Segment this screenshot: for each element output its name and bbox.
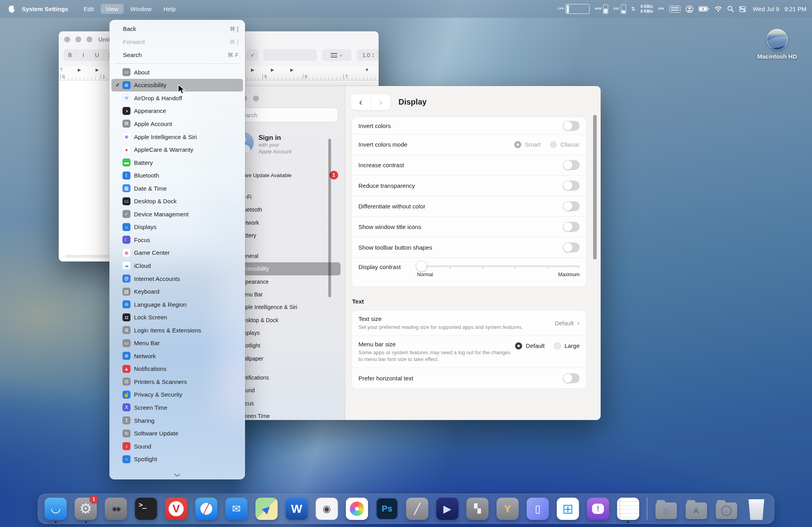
- login-items-extensions[interactable]: ✓ ≣ Login Items & Extensions: [111, 324, 243, 337]
- ssd-widget[interactable]: SSD: [613, 4, 626, 14]
- spotlight[interactable]: ✓ ○ Spotlight: [111, 453, 243, 466]
- menu-title[interactable]: Window: [125, 4, 157, 14]
- network-speed-widget[interactable]: 0 KB/s 0 KB/s: [641, 4, 653, 14]
- right-indent-marker[interactable]: ▼: [365, 67, 369, 72]
- wifi-icon[interactable]: [714, 6, 722, 12]
- desktop-dock[interactable]: ✓ ▭ Desktop & Dock: [111, 195, 243, 208]
- control-center-icon[interactable]: [739, 6, 746, 12]
- indent-marker[interactable]: ⊤: [59, 67, 63, 73]
- safari[interactable]: ╱: [195, 496, 218, 521]
- prefer-horizontal-text-toggle[interactable]: [563, 373, 580, 383]
- memory-widget[interactable]: MEM: [595, 4, 608, 14]
- menu-bar[interactable]: ✓ ▭ Menu Bar: [111, 336, 243, 349]
- photoshop[interactable]: Ps: [375, 496, 398, 521]
- screen-time[interactable]: ✓ X Screen Time: [111, 401, 243, 414]
- final-cut-pro[interactable]: ▚: [466, 496, 489, 521]
- sharing[interactable]: ✓ ↥ Sharing: [111, 414, 243, 427]
- search-icon[interactable]: [727, 6, 734, 12]
- icloud[interactable]: ✓ ☁ iCloud: [111, 259, 243, 272]
- tab-marker[interactable]: ▶: [96, 67, 99, 73]
- menu-action-item[interactable]: Search ⌘ F: [109, 48, 245, 61]
- battery[interactable]: ✓ ▬ Battery: [111, 156, 243, 169]
- input-source-icon[interactable]: [669, 6, 680, 13]
- internet-accounts[interactable]: ✓ @ Internet Accounts: [111, 272, 243, 285]
- slider-knob[interactable]: [416, 261, 427, 271]
- focus[interactable]: ✓ ☾ Focus: [111, 233, 243, 246]
- minimize-button[interactable]: [75, 36, 81, 42]
- printers-scanners[interactable]: ✓ ⊟ Printers & Scanners: [111, 375, 243, 388]
- about[interactable]: ✓ ▭ About: [111, 66, 243, 79]
- bluetooth[interactable]: ✓ ᛒ Bluetooth: [111, 169, 243, 182]
- line-spacing-stepper[interactable]: 1.0 ▴▾: [357, 49, 379, 61]
- show-toolbar-button-shapes-toggle[interactable]: [563, 242, 580, 252]
- menu-title[interactable]: Help: [158, 4, 181, 14]
- menu-title[interactable]: View: [101, 4, 124, 14]
- pixelmator[interactable]: ╱: [406, 496, 429, 521]
- display-contrast-slider[interactable]: Normal Maximum: [417, 261, 580, 279]
- trash[interactable]: [745, 496, 768, 521]
- zoom-button[interactable]: [86, 36, 92, 42]
- sound[interactable]: ✓ ♪ Sound: [111, 440, 243, 453]
- maps[interactable]: ▶: [255, 496, 278, 521]
- network-arrows-icon[interactable]: ⇅: [631, 6, 636, 12]
- system-settings[interactable]: ⚙ 1: [74, 496, 97, 521]
- menu-action-item[interactable]: Forward ⌘ ]: [109, 35, 245, 48]
- menu-bar-size-large-radio[interactable]: [554, 342, 561, 349]
- apple-intelligence-siri[interactable]: ✓ ◉ Apple Intelligence & Siri: [111, 130, 243, 143]
- media-player[interactable]: ▶: [436, 496, 459, 521]
- text-size-row[interactable]: Text size Set your preferred reading siz…: [352, 311, 586, 336]
- privacy-security[interactable]: ✓ ☝ Privacy & Security: [111, 388, 243, 401]
- format-button[interactable]: I: [77, 52, 90, 58]
- panel-scrollbar[interactable]: [593, 115, 597, 260]
- differentiate-without-color-toggle[interactable]: [563, 201, 580, 211]
- close-button[interactable]: [64, 36, 70, 42]
- menu-action-item[interactable]: Back ⌘ [: [109, 22, 245, 35]
- windows-app[interactable]: ⊞: [556, 496, 579, 521]
- smart-radio[interactable]: [514, 141, 521, 148]
- battery-icon[interactable]: [699, 6, 709, 11]
- hard-disk-icon[interactable]: [766, 29, 788, 50]
- macintosh-hd-shortcut[interactable]: Macintosh HD: [755, 29, 799, 60]
- menu-bar-date[interactable]: Wed Jul 9: [753, 6, 779, 12]
- classic-radio[interactable]: [550, 141, 557, 148]
- format-button[interactable]: U: [90, 52, 104, 58]
- active-app-name[interactable]: System Settings: [22, 6, 68, 12]
- applecare-warranty[interactable]: ✓ ● AppleCare & Warranty: [111, 143, 243, 156]
- tab-marker[interactable]: ▶: [251, 67, 254, 73]
- format-button[interactable]: B: [63, 52, 77, 58]
- tab-marker[interactable]: ▶: [271, 67, 274, 73]
- sign-in-block[interactable]: Sign in with your Apple Account: [259, 134, 291, 155]
- zoom-button[interactable]: [253, 95, 259, 101]
- list-style-button[interactable]: ∨: [322, 49, 351, 61]
- menu-bar-size-default-radio[interactable]: [515, 342, 522, 349]
- applications-folder[interactable]: A: [685, 496, 708, 521]
- search-input[interactable]: [238, 111, 334, 119]
- tab-marker[interactable]: ▶: [290, 67, 293, 73]
- cocktail-app[interactable]: Y: [496, 496, 519, 521]
- tab-marker[interactable]: ▶: [78, 67, 81, 73]
- game-center[interactable]: ✓ ◉ Game Center: [111, 246, 243, 260]
- sensors-widget[interactable]: SEN: [658, 8, 664, 10]
- software-update-row[interactable]: Software Update Available 1: [231, 171, 338, 179]
- notifications[interactable]: ✓ ▲ Notifications: [111, 363, 243, 376]
- scroll-more-indicator[interactable]: [109, 474, 245, 477]
- network[interactable]: ✓ ⊛ Network: [111, 349, 243, 363]
- downloads-folder[interactable]: ↓: [715, 496, 738, 521]
- slider-track[interactable]: [417, 265, 580, 267]
- date-time[interactable]: ✓ ▦ Date & Time: [111, 182, 243, 195]
- software-update[interactable]: ✓ ↻ Software Update: [111, 427, 243, 440]
- cpu-widget[interactable]: CPU: [558, 4, 590, 14]
- accessibility[interactable]: ✓ ⊕ Accessibility: [111, 79, 243, 92]
- device-management[interactable]: ✓ ✓ Device Management: [111, 208, 243, 221]
- screen-sharing[interactable]: ◉◉: [104, 496, 127, 521]
- apple-account[interactable]: ✓ ⌘ Apple Account: [111, 117, 243, 130]
- displays[interactable]: ✓ ☼ Displays: [111, 221, 243, 234]
- vivaldi[interactable]: V: [165, 496, 188, 521]
- keyboard[interactable]: ✓ ▤ Keyboard: [111, 285, 243, 298]
- reduce-transparency-toggle[interactable]: [563, 181, 580, 191]
- language-region[interactable]: ✓ ⊖ Language & Region: [111, 298, 243, 311]
- terminal[interactable]: >_: [134, 496, 157, 521]
- back-button[interactable]: ‹: [351, 95, 371, 110]
- finder[interactable]: ◡: [44, 496, 67, 521]
- home-folder[interactable]: ⌂: [655, 496, 678, 521]
